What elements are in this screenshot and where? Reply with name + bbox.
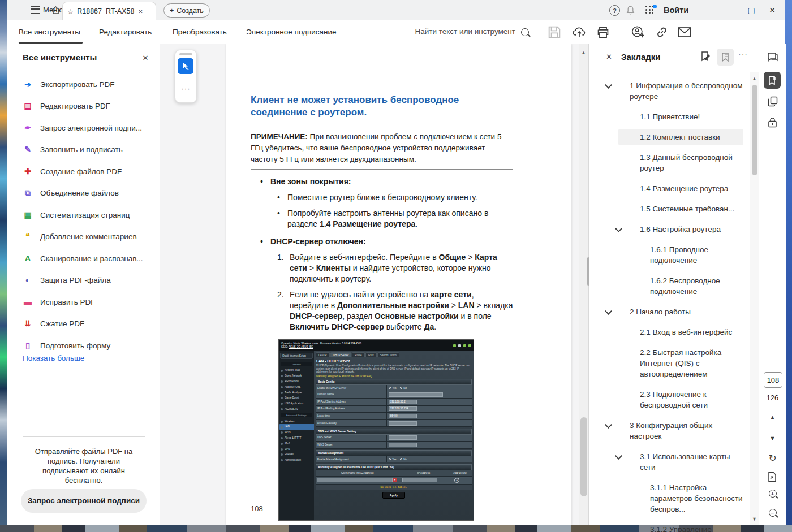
bookmarks-options-button[interactable]: ··· bbox=[738, 50, 748, 59]
bookmarks-close-button[interactable]: ✕ bbox=[606, 53, 612, 61]
zoom-in-button[interactable]: + bbox=[759, 490, 786, 498]
bookmark-item[interactable]: 1.3 Данный беспроводной роутер bbox=[618, 152, 743, 174]
pages-panel-button[interactable] bbox=[759, 96, 786, 107]
bookmark-item[interactable]: 3.1.1 Настройка параметров безопасности … bbox=[618, 482, 743, 514]
tools-panel-close-button[interactable]: ✕ bbox=[140, 52, 151, 63]
tool-create-pdf[interactable]: ✚ Создание файлов PDF bbox=[7, 161, 160, 182]
fill-sign-icon: ✎ bbox=[23, 144, 33, 154]
add-bookmark-icon[interactable] bbox=[700, 51, 711, 62]
request-signatures-icon[interactable] bbox=[631, 25, 645, 39]
bookmarks-scrollbar[interactable]: ▲ ▼ bbox=[750, 72, 759, 525]
scrollbar-thumb[interactable] bbox=[580, 417, 587, 496]
bookmark-item[interactable]: 2.3 Подключение к беспроводной сети bbox=[618, 389, 743, 410]
chevron-down-icon[interactable] bbox=[615, 452, 622, 460]
document-viewport: ··· Клиент не может установить беспровод… bbox=[160, 44, 588, 525]
bookmark-item[interactable]: 3 Конфигурация общих настроек bbox=[618, 420, 743, 442]
previous-page-button[interactable]: ▲ bbox=[759, 414, 786, 421]
scroll-up-icon[interactable]: ▲ bbox=[581, 50, 586, 55]
share-link-icon[interactable] bbox=[655, 25, 669, 39]
tool-organize-pages[interactable]: ▦ Систематизация страниц bbox=[7, 204, 160, 226]
tab-convert[interactable]: Преобразовать bbox=[173, 20, 227, 44]
tool-scan-ocr[interactable]: A Сканирование и распознав... bbox=[7, 248, 160, 269]
security-panel-button[interactable] bbox=[759, 117, 786, 128]
router-nav-item: Firewall bbox=[279, 452, 314, 457]
chevron-down-icon[interactable] bbox=[605, 81, 612, 89]
zoom-out-button[interactable]: − bbox=[759, 509, 786, 517]
minimize-button[interactable]: — bbox=[707, 0, 733, 20]
notification-dot bbox=[653, 5, 657, 8]
bookmark-item[interactable]: 1.1 Приветствие! bbox=[618, 111, 743, 122]
search-button[interactable] bbox=[518, 25, 532, 39]
tab-edit[interactable]: Редактировать bbox=[99, 20, 152, 44]
bookmark-icon bbox=[768, 76, 777, 85]
current-page-input[interactable]: 108 bbox=[764, 372, 782, 388]
show-more-link[interactable]: Показать больше bbox=[23, 354, 84, 362]
tool-compress-pdf[interactable]: ⇊ Сжатие PDF bbox=[7, 313, 160, 334]
drag-handle[interactable] bbox=[179, 53, 192, 55]
create-tab-button[interactable]: + Создать bbox=[163, 3, 210, 18]
tab-close-icon[interactable]: ✕ bbox=[138, 8, 143, 15]
bookmark-item[interactable]: 1.5 Системные требован... bbox=[618, 204, 743, 214]
bookmark-item[interactable]: 3.1 Использование карты сети bbox=[618, 451, 743, 473]
tool-prepare-form[interactable]: ▯ Подготовить форму bbox=[7, 335, 160, 356]
zoom-out-icon: − bbox=[769, 509, 777, 517]
tool-edit-pdf[interactable]: ▤ Редактировать PDF bbox=[7, 95, 160, 116]
tool-combine-files[interactable]: ⧉ Объединение файлов bbox=[7, 182, 160, 204]
scroll-down-icon[interactable]: ▼ bbox=[752, 516, 757, 522]
scrollbar-thumb[interactable] bbox=[752, 85, 757, 175]
bookmark-item[interactable]: 1.6.1 Проводное подключение bbox=[618, 244, 743, 266]
router-tab: LAN IP bbox=[316, 352, 330, 357]
bookmark-item[interactable]: 1.6 Настройка роутера bbox=[618, 224, 743, 235]
status-icon bbox=[463, 344, 466, 347]
zoom-in-icon: + bbox=[769, 490, 777, 498]
bookmark-item[interactable]: 2.1 Вход в веб-интерфейс bbox=[618, 327, 743, 338]
chevron-down-icon[interactable] bbox=[605, 308, 612, 315]
tab-all-tools[interactable]: Все инструменты bbox=[19, 20, 80, 44]
tool-protect-pdf[interactable]: ◐ Защита PDF-файла bbox=[7, 269, 160, 291]
search-input[interactable]: Найти текст или инструмент bbox=[415, 27, 515, 36]
upload-cloud-icon[interactable] bbox=[573, 25, 586, 39]
comments-panel-button[interactable] bbox=[759, 52, 786, 63]
tool-repair-pdf[interactable]: ▬ Исправить PDF bbox=[7, 291, 160, 313]
current-bookmark-button[interactable] bbox=[717, 49, 734, 66]
notifications-bell-icon[interactable] bbox=[626, 6, 635, 15]
bookmark-item[interactable]: 1.6.2 Беспроводное подключение bbox=[618, 275, 743, 297]
star-icon[interactable]: ☆ bbox=[67, 7, 74, 16]
rotate-page-button[interactable]: ↻ bbox=[759, 452, 786, 464]
bookmark-item[interactable]: 2 Начало работы bbox=[618, 306, 743, 317]
bookmark-item[interactable]: 1 Информация о беспроводном роутере bbox=[618, 80, 743, 102]
close-button[interactable]: ✕ bbox=[759, 0, 785, 20]
email-icon[interactable] bbox=[678, 25, 691, 39]
router-nav-item: IPv6 bbox=[279, 440, 314, 446]
chevron-down-icon[interactable] bbox=[605, 421, 612, 429]
router-main: LAN IP DHCP Server Route IPTV Switch Con… bbox=[314, 351, 474, 520]
tab-esign[interactable]: Электронное подписание bbox=[246, 20, 337, 44]
fit-page-button[interactable] bbox=[759, 472, 786, 482]
save-icon[interactable] bbox=[548, 25, 561, 39]
pages-icon bbox=[768, 96, 778, 107]
select-tool-button[interactable] bbox=[178, 58, 193, 74]
bookmarks-panel-button-active[interactable] bbox=[764, 72, 781, 89]
bookmark-item-selected[interactable]: 1.2 Комплект поставки bbox=[618, 129, 743, 145]
tool-add-comments[interactable]: ❝ Добавление комментариев bbox=[7, 226, 160, 247]
print-icon[interactable] bbox=[596, 25, 610, 39]
home-button[interactable] bbox=[51, 0, 61, 20]
request-esign-button[interactable]: Запрос электронной подписи bbox=[21, 489, 147, 513]
scroll-up-icon[interactable]: ▲ bbox=[752, 76, 757, 81]
toolbar-overflow-button[interactable]: ··· bbox=[175, 84, 196, 93]
bookmark-item[interactable]: 2.2 Быстрая настройка Интернет (QIS) с а… bbox=[618, 347, 743, 379]
tool-export-pdf[interactable]: ➔ Экспортировать PDF bbox=[7, 73, 160, 95]
chevron-down-icon[interactable] bbox=[615, 225, 622, 232]
sub-bullet: •Поместите роутер ближе к беспроводному … bbox=[251, 192, 513, 203]
tool-request-esign[interactable]: ✒ Запрос электронной подпи... bbox=[7, 117, 160, 139]
signin-button[interactable]: Войти bbox=[664, 0, 688, 20]
tool-fill-sign[interactable]: ✎ Заполнить и подписать bbox=[7, 139, 160, 160]
domain-field bbox=[389, 392, 443, 397]
bookmark-item[interactable]: 3.1.2 Управление сетевыми клиентами bbox=[618, 524, 743, 532]
document-tab[interactable]: ☆ R18867_RT-AX58U... ✕ bbox=[62, 2, 156, 20]
next-page-button[interactable]: ▼ bbox=[759, 435, 786, 442]
sub-bullet: •Попробуйте настроить антенны роутера ка… bbox=[251, 208, 513, 230]
gateway-field bbox=[389, 421, 417, 426]
help-button[interactable]: ? bbox=[609, 5, 620, 16]
bookmark-item[interactable]: 1.4 Размещение роутера bbox=[618, 183, 743, 194]
